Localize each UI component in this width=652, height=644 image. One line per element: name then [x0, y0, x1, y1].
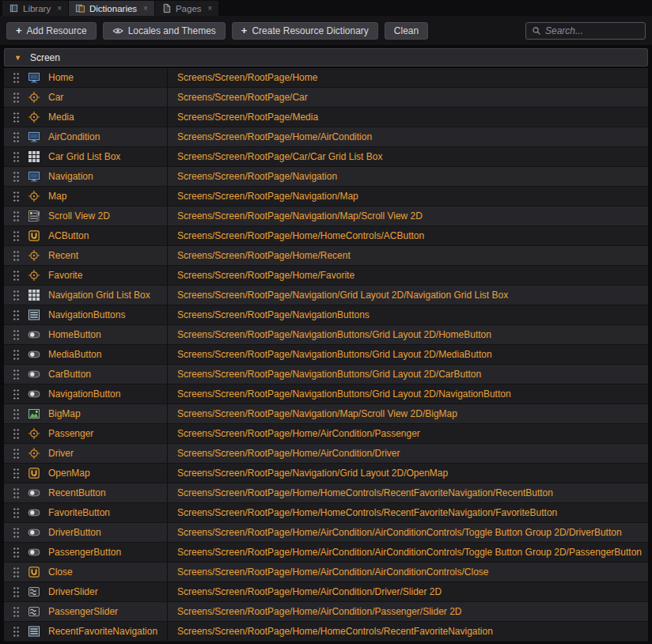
tab-bar: Library × Dictionaries × Pages ×: [0, 0, 652, 16]
drag-handle[interactable]: [13, 566, 20, 578]
drag-handle[interactable]: [13, 250, 20, 262]
object2d-icon: [28, 447, 40, 460]
resource-row[interactable]: HomeScreens/Screen/RootPage/Home: [4, 68, 648, 88]
drag-handle[interactable]: [13, 468, 20, 479]
resource-row[interactable]: CloseScreens/Screen/RootPage/Home/AirCon…: [4, 563, 648, 582]
drag-handle[interactable]: [13, 448, 20, 460]
resource-row[interactable]: MediaScreens/Screen/RootPage/Media: [4, 108, 648, 127]
togglebutton-icon: [28, 388, 40, 400]
tab-pages[interactable]: Pages ×: [155, 1, 218, 16]
resource-row[interactable]: NavigationButtonScreens/Screen/RootPage/…: [4, 385, 648, 404]
close-icon[interactable]: ×: [57, 4, 62, 13]
resource-row[interactable]: CarButtonScreens/Screen/RootPage/Navigat…: [4, 365, 648, 385]
screen-icon: [28, 131, 40, 143]
tab-library[interactable]: Library ×: [2, 1, 68, 16]
locales-and-themes-label: Locales and Themes: [128, 25, 216, 36]
close-icon[interactable]: ×: [143, 4, 148, 13]
drag-handle[interactable]: [13, 547, 20, 559]
resource-name: Recent: [47, 250, 167, 261]
eye-icon: [112, 25, 123, 36]
resource-row[interactable]: DriverSliderScreens/Screen/RootPage/Home…: [4, 582, 648, 602]
resource-path: Screens/Screen/RootPage/Home/AirConditio…: [167, 444, 648, 463]
drag-handle[interactable]: [13, 606, 20, 618]
drag-handle[interactable]: [13, 369, 20, 381]
resource-row[interactable]: Car Grid List BoxScreens/Screen/RootPage…: [4, 147, 648, 167]
drag-handle[interactable]: [13, 329, 20, 341]
resource-row[interactable]: BigMapScreens/Screen/RootPage/Navigation…: [4, 404, 648, 424]
gridlistbox-icon: [28, 289, 40, 301]
create-resource-dictionary-button[interactable]: + Create Resource Dictionary: [232, 22, 378, 40]
resource-row[interactable]: PassengerButtonScreens/Screen/RootPage/H…: [4, 543, 648, 563]
drag-handle[interactable]: [13, 171, 20, 183]
locales-and-themes-button[interactable]: Locales and Themes: [103, 22, 226, 40]
clean-button[interactable]: Clean: [385, 22, 428, 40]
drag-handle[interactable]: [13, 72, 20, 84]
resource-name: Passenger: [47, 428, 167, 439]
resource-name: Favorite: [47, 270, 167, 281]
resource-path: Screens/Screen/RootPage/Car: [167, 88, 648, 107]
resource-name: Driver: [47, 448, 167, 459]
drag-handle[interactable]: [13, 408, 20, 420]
section-header-screen[interactable]: ▼ Screen: [4, 48, 648, 66]
resource-path: Screens/Screen/RootPage/NavigationButton…: [167, 385, 648, 403]
drag-handle[interactable]: [13, 626, 20, 638]
resource-path: Screens/Screen/RootPage/Navigation/Map/S…: [167, 206, 648, 225]
resource-row[interactable]: RecentButtonScreens/Screen/RootPage/Home…: [4, 483, 648, 503]
resource-row[interactable]: PassengerScreens/Screen/RootPage/Home/Ai…: [4, 424, 648, 444]
resource-row[interactable]: Scroll View 2DScreens/Screen/RootPage/Na…: [4, 206, 648, 226]
resource-row[interactable]: DriverScreens/Screen/RootPage/Home/AirCo…: [4, 444, 648, 464]
resource-row[interactable]: AirConditionScreens/Screen/RootPage/Home…: [4, 127, 648, 147]
drag-handle[interactable]: [13, 210, 20, 222]
slider-icon: [28, 585, 40, 598]
drag-handle[interactable]: [13, 191, 20, 203]
drag-handle[interactable]: [13, 507, 20, 519]
resource-row[interactable]: NavigationScreens/Screen/RootPage/Naviga…: [4, 167, 648, 187]
drag-handle[interactable]: [13, 112, 20, 123]
drag-handle[interactable]: [13, 92, 20, 104]
resource-row[interactable]: FavoriteScreens/Screen/RootPage/Home/Fav…: [4, 266, 648, 286]
resource-row[interactable]: Navigation Grid List BoxScreens/Screen/R…: [4, 286, 648, 305]
object2d-icon: [28, 269, 40, 282]
resource-row[interactable]: NavigationButtonsScreens/Screen/RootPage…: [4, 305, 648, 325]
chevron-down-icon[interactable]: ▼: [14, 54, 21, 62]
drag-handle[interactable]: [13, 349, 20, 361]
resource-row[interactable]: RecentFavoriteNavigationScreens/Screen/R…: [4, 622, 648, 642]
resource-row[interactable]: OpenMapScreens/Screen/RootPage/Navigatio…: [4, 464, 648, 483]
resource-path: Screens/Screen/RootPage/Home/HomeControl…: [167, 622, 648, 641]
drag-handle[interactable]: [13, 131, 20, 143]
resource-row[interactable]: DriverButtonScreens/Screen/RootPage/Home…: [4, 523, 648, 543]
drag-handle[interactable]: [13, 270, 20, 282]
resource-path: Screens/Screen/RootPage/Home/HomeControl…: [167, 226, 648, 245]
resource-row[interactable]: FavoriteButtonScreens/Screen/RootPage/Ho…: [4, 503, 648, 523]
layout-icon: [28, 309, 40, 321]
search-icon: [532, 26, 541, 36]
object2d-icon: [28, 111, 40, 123]
resource-row[interactable]: ACButtonScreens/Screen/RootPage/Home/Hom…: [4, 226, 648, 246]
clean-label: Clean: [394, 25, 419, 36]
drag-handle[interactable]: [13, 309, 20, 321]
resource-row[interactable]: CarScreens/Screen/RootPage/Car: [4, 88, 648, 108]
drag-handle[interactable]: [13, 487, 20, 499]
resource-row[interactable]: MapScreens/Screen/RootPage/Navigation/Ma…: [4, 187, 648, 206]
resource-row[interactable]: PassengerSliderScreens/Screen/RootPage/H…: [4, 602, 648, 622]
drag-handle[interactable]: [13, 527, 20, 539]
drag-handle[interactable]: [13, 388, 20, 400]
drag-handle[interactable]: [13, 230, 20, 242]
drag-handle[interactable]: [13, 151, 20, 163]
pages-icon: [161, 3, 172, 13]
resource-rows: HomeScreens/Screen/RootPage/HomeCarScree…: [4, 68, 648, 642]
resource-name: BigMap: [47, 408, 167, 419]
drag-handle[interactable]: [13, 586, 20, 598]
drag-handle[interactable]: [13, 290, 20, 301]
togglebutton-icon: [28, 487, 40, 499]
resource-name: Navigation: [47, 171, 167, 182]
resource-row[interactable]: HomeButtonScreens/Screen/RootPage/Naviga…: [4, 325, 648, 345]
search-input[interactable]: [545, 25, 639, 36]
close-icon[interactable]: ×: [208, 4, 213, 13]
resource-row[interactable]: RecentScreens/Screen/RootPage/Home/Recen…: [4, 246, 648, 266]
resource-row[interactable]: MediaButtonScreens/Screen/RootPage/Navig…: [4, 345, 648, 365]
add-resource-button[interactable]: + Add Resource: [6, 22, 97, 40]
tab-dictionaries[interactable]: Dictionaries ×: [69, 1, 154, 16]
drag-handle[interactable]: [13, 428, 20, 440]
resource-name: DriverSlider: [47, 586, 167, 597]
